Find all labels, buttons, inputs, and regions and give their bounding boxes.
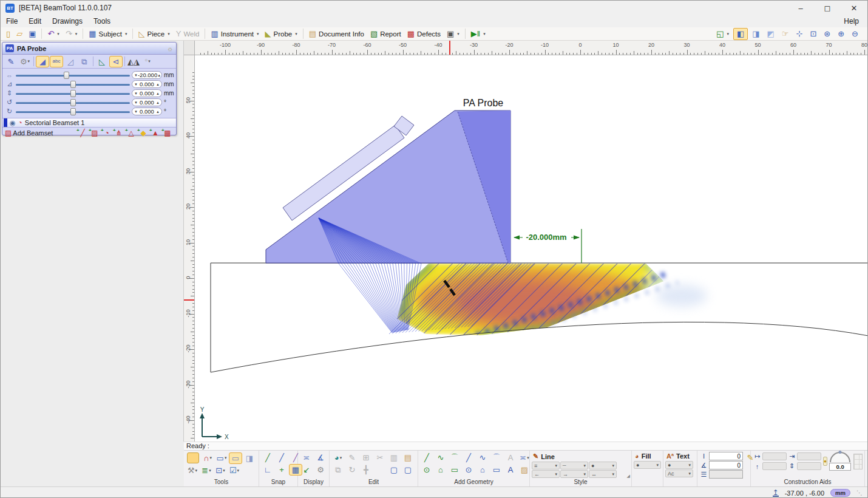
add-polygon-icon[interactable]: ⌂ [476,464,489,476]
add-full-beamset-icon[interactable]: +▩ [161,128,174,138]
resize-grip[interactable]: ⋱ [856,489,861,496]
maximize-button[interactable]: ◻ [814,1,841,15]
scene-options-button[interactable]: ◱▾ [713,28,732,40]
probe-skew-slider[interactable] [16,99,130,106]
show-wedge-icon[interactable]: ◢ [36,56,49,67]
add-hatched-beamset-icon[interactable]: +▨ [89,128,101,138]
menu-drawings[interactable]: Drawings [47,15,88,27]
zoom-extents-button[interactable]: ⊹ [793,28,805,40]
select-region-icon[interactable]: ▢ [387,464,401,476]
capture-button[interactable]: ▣▾ [444,28,463,40]
window-tool-icon[interactable]: ▭▾ [215,452,228,464]
menu-tools[interactable]: Tools [88,15,116,27]
document-info-button[interactable]: ▤Document Info [306,28,367,40]
zoom-out-button[interactable]: ⊖ [849,28,861,40]
show-dimensions-icon[interactable]: ≍ [300,452,313,463]
increment-icon[interactable]: ▲ [156,110,160,114]
add-line-icon[interactable]: ╱ [462,452,475,463]
add-static-beamset-icon[interactable]: +◆ [137,128,149,138]
add-construction-line-icon[interactable]: ╱ [420,452,433,463]
fill-style-header[interactable]: ◕Fill [634,452,661,460]
hint-bulb-icon[interactable]: ☼ [167,45,173,52]
drawing-viewport[interactable]: -20.000mm PA Probe Y X [195,55,868,442]
style-option-↔[interactable]: ↔▾ [589,470,617,478]
paste-icon[interactable]: ▤ [401,452,415,463]
properties-panel-icon[interactable]: ▭ [229,452,242,464]
duplicate-icon[interactable]: ⧉ [331,464,345,476]
add-outline-beamset-icon[interactable]: +△ [125,128,137,138]
beamset-item[interactable]: ◉ ◔ Sectorial Beamset 1 [2,118,176,128]
simulate-button[interactable]: ▶‖▾ [468,28,489,40]
report-button[interactable]: ▧Report [367,28,404,40]
zoom-in-button[interactable]: ⊕ [835,28,847,40]
units-badge[interactable]: mm [830,489,850,497]
decrement-icon[interactable]: ▼ [134,83,138,86]
probe-y-position-slider-value-field[interactable]: ▼0.000▲ [132,80,162,88]
increment-icon[interactable]: ▲ [156,83,160,86]
select-tool[interactable] [187,452,199,463]
list-field[interactable] [709,470,743,479]
panel-header[interactable]: PA PA Probe ☼ [2,43,176,55]
increment-icon[interactable]: ▲ [157,73,161,77]
probe-x-position-slider-value-field[interactable]: ▼-20.000▲ [132,71,162,79]
style-option-●[interactable]: ●▾ [589,462,617,469]
menu-file[interactable]: File [1,15,23,27]
probe-rotation-slider-thumb[interactable] [70,108,76,115]
decrement-icon[interactable]: ▼ [134,110,138,114]
offset-x-field[interactable] [762,452,787,460]
probe-x-position-slider-thumb[interactable] [64,72,69,79]
insert-icon[interactable]: ⊞ [359,452,373,463]
duplicate-wedge-icon[interactable]: ⧉ [78,56,91,67]
probe-elevation-slider[interactable] [16,90,130,97]
add-construction-polyline-icon[interactable]: ∿ [434,452,447,463]
menu-help[interactable]: Help [835,15,867,27]
show-labels-icon[interactable]: abc [50,56,63,67]
select-contour-icon[interactable]: ▢ [401,464,415,476]
curve-tool-icon[interactable]: ∩▾ [201,452,214,464]
angle-value-field[interactable]: 0.0 [829,463,851,471]
snap-axis-icon[interactable]: ∟ [261,464,274,476]
style-option-→[interactable]: →▾ [560,470,588,478]
layers-icon[interactable]: ≣▾ [200,465,213,476]
validate-icon[interactable]: ☑▾ [228,465,241,476]
probe-settings-icon[interactable]: ⚙▾ [18,56,32,67]
probe-skew-slider-value-field[interactable]: ▼0.000▲ [132,98,162,106]
probe-elevation-slider-value-field[interactable]: ▼0.000▲ [132,89,162,97]
save-document-button[interactable]: ▣ [25,28,39,40]
probe-rotation-slider-value-field[interactable]: ▼0.000▲ [132,107,162,115]
style-option-┄[interactable]: ┄▾ [560,462,588,469]
increment-icon[interactable]: ▲ [156,92,160,95]
wedge-height-icon[interactable]: ◺ [95,56,109,67]
undo-button[interactable]: ↶▾ [44,28,62,40]
grid-settings-icon[interactable] [853,454,863,469]
add-arc-icon[interactable]: ⌒ [490,452,503,463]
probe-y-position-slider[interactable] [16,81,130,88]
add-construction-arc-icon[interactable]: ⌒ [448,452,461,463]
menu-edit[interactable]: Edit [23,15,47,27]
add-polyline-icon[interactable]: ∿ [476,452,489,463]
side-panel-icon[interactable]: ◨ [243,452,256,464]
probe-y-position-slider-thumb[interactable] [70,81,76,88]
view-shaded-button[interactable]: ◧ [733,28,748,40]
decrement-icon[interactable]: ▼ [134,92,138,95]
add-compound-beamset-icon[interactable]: +▲ [149,128,161,138]
redo-button[interactable]: ↷▾ [63,28,80,40]
move-icon[interactable]: ╋ [359,464,373,476]
edit-pencil-icon[interactable]: ✎ [345,452,359,463]
add-sectorial-beamset-icon[interactable]: +◔ [101,128,113,138]
style-option-←[interactable]: ←▾ [532,470,560,478]
add-textbox-icon[interactable]: A [504,452,517,463]
text-style-header[interactable]: AªText [665,452,695,460]
view-iso-button[interactable]: ◨ [749,28,762,40]
subject-menu-button[interactable]: ▦Subject▾ [86,28,130,40]
minimize-button[interactable]: – [787,1,814,15]
add-circle-icon[interactable]: ⊙ [462,464,475,476]
mirror-probe-icon[interactable]: ◭◮ [127,56,140,67]
add-beamset-label[interactable]: Add Beamset [13,129,53,137]
height-field[interactable] [797,462,821,470]
add-rect-icon[interactable]: ▭ [490,464,503,476]
style-option-●[interactable]: ●▾ [665,461,693,469]
angle-units-icon[interactable]: °▾ [141,56,154,67]
edit-probe-icon[interactable]: ✎ [4,56,18,67]
open-document-button[interactable]: ▱ [13,28,25,40]
